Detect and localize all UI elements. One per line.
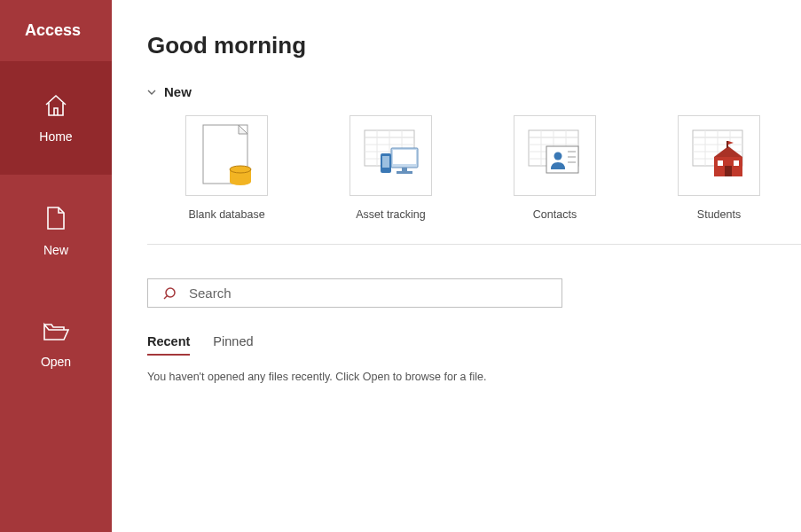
- document-icon: [46, 206, 66, 234]
- nav-home[interactable]: Home: [0, 61, 112, 175]
- svg-rect-15: [402, 168, 407, 171]
- svg-rect-44: [726, 141, 728, 148]
- section-title: New: [164, 84, 192, 99]
- search-box[interactable]: [147, 278, 562, 308]
- svg-rect-14: [393, 150, 416, 164]
- tab-pinned[interactable]: Pinned: [213, 334, 253, 356]
- template-label: Asset tracking: [356, 208, 426, 221]
- search-icon: [162, 286, 177, 301]
- folder-open-icon: [43, 321, 69, 346]
- svg-rect-42: [718, 160, 723, 166]
- page-title: Good morning: [147, 32, 801, 59]
- empty-message: You haven't opened any files recently. C…: [147, 371, 801, 383]
- nav-label: New: [43, 243, 68, 257]
- nav-label: Open: [41, 355, 71, 369]
- template-label: Blank database: [188, 208, 264, 221]
- svg-rect-43: [734, 160, 739, 166]
- svg-rect-16: [397, 171, 412, 174]
- svg-rect-18: [382, 156, 389, 168]
- tab-recent[interactable]: Recent: [147, 334, 190, 356]
- template-thumbnail: [678, 115, 760, 196]
- tabs: Recent Pinned: [147, 334, 801, 356]
- template-label: Contacts: [533, 208, 577, 221]
- svg-point-28: [554, 152, 561, 160]
- app-title: Access: [0, 0, 112, 61]
- template-thumbnail: [514, 115, 596, 196]
- chevron-down-icon: [145, 85, 159, 99]
- template-asset-tracking[interactable]: Asset tracking: [349, 115, 432, 221]
- nav-new[interactable]: New: [0, 175, 112, 288]
- template-students[interactable]: Students: [678, 115, 760, 221]
- template-thumbnail: [185, 115, 268, 196]
- new-section-header[interactable]: New: [145, 84, 801, 99]
- nav-open[interactable]: Open: [0, 288, 112, 402]
- template-blank-database[interactable]: Blank database: [185, 115, 268, 221]
- svg-line-46: [164, 295, 168, 299]
- svg-point-3: [230, 178, 251, 185]
- svg-rect-41: [725, 166, 732, 176]
- main-content: Good morning New Blank database: [112, 0, 801, 532]
- template-thumbnail: [349, 115, 432, 196]
- home-icon: [43, 92, 69, 121]
- templates-row: Blank database: [147, 115, 801, 245]
- template-label: Students: [697, 208, 741, 221]
- nav-label: Home: [39, 129, 72, 144]
- sidebar: Access Home New Open: [0, 0, 112, 532]
- search-input[interactable]: [189, 286, 547, 301]
- template-contacts[interactable]: Contacts: [514, 115, 596, 221]
